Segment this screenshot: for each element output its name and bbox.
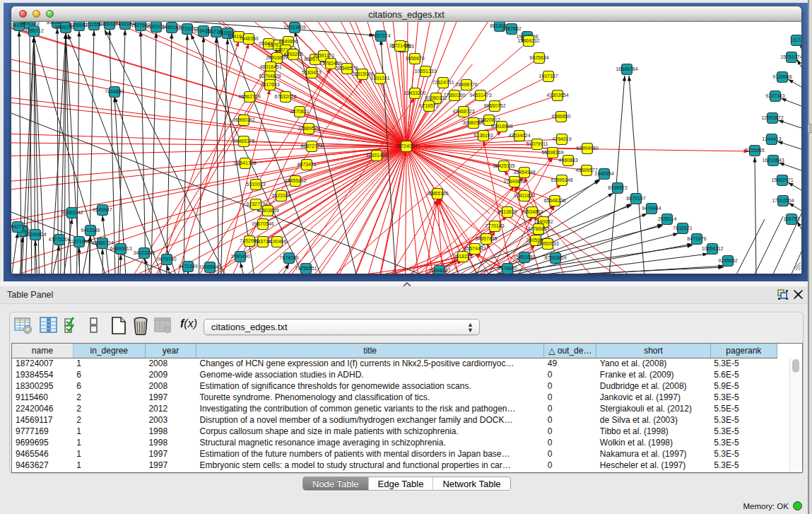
svg-text:6716572: 6716572 (419, 103, 438, 108)
svg-text:7874296: 7874296 (279, 255, 298, 260)
svg-text:15451680: 15451680 (513, 255, 535, 259)
svg-text:4055712: 4055712 (24, 28, 43, 33)
svg-text:09670546: 09670546 (252, 221, 273, 226)
svg-text:1656670: 1656670 (405, 56, 424, 61)
svg-text:8938923: 8938923 (608, 185, 627, 190)
svg-text:13433200: 13433200 (404, 90, 425, 95)
svg-text:62994680: 62994680 (576, 146, 598, 151)
svg-text:06562729: 06562729 (238, 94, 260, 99)
svg-text:8471676: 8471676 (687, 236, 706, 241)
svg-text:43455812: 43455812 (284, 178, 306, 183)
svg-text:2870831: 2870831 (290, 109, 309, 114)
svg-text:62704828: 62704828 (259, 74, 281, 78)
svg-text:20450533: 20450533 (536, 241, 558, 246)
svg-text:9413186: 9413186 (81, 228, 100, 233)
svg-text:8849696: 8849696 (278, 39, 298, 44)
svg-text:31931491: 31931491 (365, 153, 387, 158)
svg-text:0679740: 0679740 (157, 257, 176, 262)
svg-text:9136193: 9136193 (473, 133, 493, 138)
svg-text:1607337: 1607337 (539, 74, 558, 78)
svg-text:18724007: 18724007 (395, 144, 417, 148)
svg-text:5215955: 5215955 (745, 148, 764, 153)
svg-text:77360260: 77360260 (443, 93, 465, 98)
svg-text:16210643: 16210643 (762, 158, 784, 163)
svg-text:7917693: 7917693 (260, 82, 279, 87)
svg-text:3623166: 3623166 (271, 193, 290, 198)
svg-text:99386774: 99386774 (91, 240, 113, 245)
svg-text:65648236: 65648236 (543, 198, 565, 203)
svg-text:67632016: 67632016 (274, 94, 296, 99)
svg-text:34957885: 34957885 (475, 236, 497, 241)
svg-text:22782489: 22782489 (319, 61, 341, 66)
svg-text:2935114: 2935114 (658, 216, 677, 221)
svg-text:9245652: 9245652 (718, 258, 737, 263)
svg-text:19065940: 19065940 (199, 264, 220, 269)
svg-text:30391171: 30391171 (313, 53, 335, 58)
svg-text:10651333: 10651333 (414, 69, 436, 74)
svg-text:16033809: 16033809 (283, 25, 305, 30)
svg-text:7452991: 7452991 (240, 238, 259, 243)
svg-text:06990162: 06990162 (233, 117, 254, 122)
svg-text:61595148: 61595148 (551, 177, 572, 182)
svg-text:0249947: 0249947 (93, 207, 112, 212)
svg-text:55698169: 55698169 (541, 150, 563, 155)
svg-text:17016504: 17016504 (772, 198, 794, 203)
svg-text:8313678: 8313678 (498, 209, 517, 214)
svg-text:36183242: 36183242 (61, 210, 83, 215)
svg-text:4873471: 4873471 (297, 162, 316, 167)
svg-text:9474444: 9474444 (642, 206, 661, 211)
svg-text:64641708: 64641708 (234, 160, 256, 165)
svg-text:4471349: 4471349 (178, 264, 197, 269)
svg-text:90916998: 90916998 (490, 124, 512, 129)
svg-text:4060883: 4060883 (558, 158, 577, 163)
svg-text:7464887: 7464887 (105, 89, 124, 94)
svg-text:12411824: 12411824 (514, 193, 536, 198)
svg-text:4893252: 4893252 (283, 52, 302, 57)
svg-text:47468723: 47468723 (452, 109, 474, 114)
svg-text:43699577: 43699577 (575, 168, 597, 173)
svg-text:93534874: 93534874 (521, 209, 543, 214)
svg-text:9232719: 9232719 (246, 201, 265, 206)
svg-text:94531473: 94531473 (469, 93, 491, 98)
svg-text:3990490: 3990490 (230, 254, 249, 259)
svg-text:16648784: 16648784 (616, 66, 637, 71)
svg-text:12093872: 12093872 (761, 115, 783, 120)
svg-text:7648350: 7648350 (239, 36, 258, 41)
svg-text:7857224: 7857224 (371, 33, 390, 38)
svg-text:28498776: 28498776 (455, 82, 477, 87)
svg-text:42786801: 42786801 (527, 226, 549, 231)
svg-text:38425135: 38425135 (493, 163, 514, 168)
svg-text:5674680: 5674680 (498, 266, 517, 271)
svg-text:9600133: 9600133 (20, 22, 39, 25)
svg-text:11671902: 11671902 (69, 239, 90, 244)
svg-text:47775204: 47775204 (48, 237, 70, 242)
svg-text:48018451: 48018451 (259, 64, 281, 69)
svg-text:7632621: 7632621 (673, 226, 692, 230)
svg-text:87603859: 87603859 (544, 255, 566, 260)
svg-text:9129966: 9129966 (772, 74, 792, 79)
svg-text:9227343: 9227343 (765, 93, 784, 98)
svg-text:72624731: 72624731 (432, 80, 454, 85)
svg-text:27889579: 27889579 (298, 126, 319, 131)
svg-text:20465375: 20465375 (233, 139, 254, 144)
svg-text:15692971: 15692971 (771, 177, 793, 182)
svg-text:3518233: 3518233 (453, 254, 472, 259)
svg-text:43534624: 43534624 (508, 133, 530, 138)
svg-text:15869232: 15869232 (517, 38, 539, 43)
svg-text:51079911: 51079911 (526, 141, 548, 146)
svg-text:5310033: 5310033 (246, 182, 265, 187)
svg-text:27849808: 27849808 (503, 179, 525, 184)
svg-text:1244413: 1244413 (762, 136, 781, 141)
svg-text:64990913: 64990913 (110, 246, 131, 251)
svg-text:4586850: 4586850 (551, 114, 570, 119)
svg-text:15751074: 15751074 (780, 54, 801, 59)
svg-text:10654112: 10654112 (702, 246, 724, 251)
svg-text:86872774: 86872774 (300, 144, 322, 148)
svg-text:2087682: 2087682 (502, 26, 521, 31)
svg-text:38721489: 38721489 (389, 43, 411, 48)
svg-text:43303654: 43303654 (546, 93, 568, 98)
svg-text:99650752: 99650752 (483, 103, 505, 108)
svg-text:116753: 116753 (784, 216, 800, 221)
svg-text:6025634: 6025634 (529, 55, 548, 60)
svg-text:34123281: 34123281 (133, 250, 155, 255)
